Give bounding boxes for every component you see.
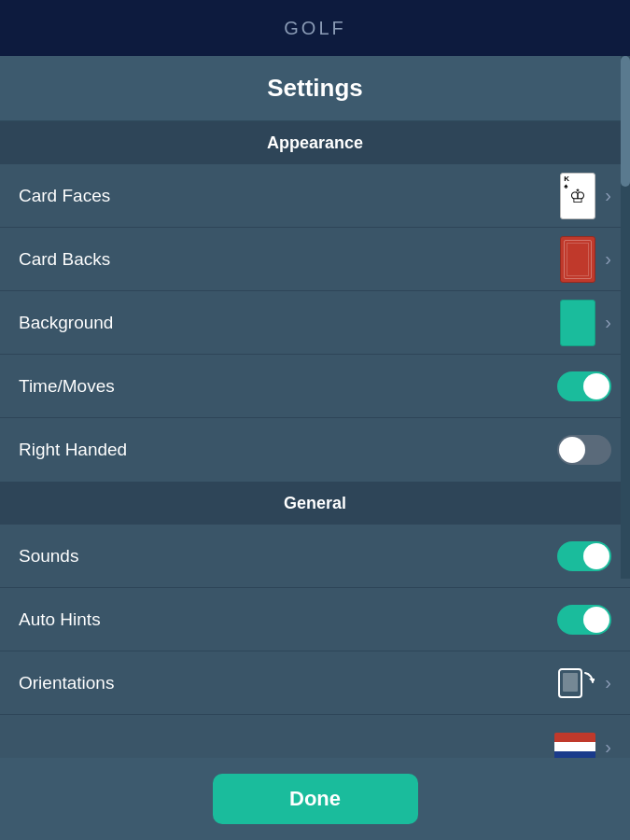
label-card-faces: Card Faces: [19, 186, 110, 206]
done-button[interactable]: Done: [213, 774, 418, 824]
row-background[interactable]: Background ›: [0, 291, 630, 355]
row-right-handed[interactable]: Right Handed: [0, 418, 630, 482]
toggle-right-handed[interactable]: [557, 435, 611, 465]
toggle-thumb-time-moves: [583, 373, 609, 399]
card-faces-right: K ♠ ♔ ›: [560, 173, 611, 219]
right-handed-right: [557, 435, 611, 465]
language-chevron: ›: [605, 736, 611, 758]
label-sounds: Sounds: [19, 546, 78, 567]
time-moves-right: [557, 371, 611, 401]
background-chevron: ›: [605, 312, 611, 333]
section-label-general: General: [284, 494, 346, 513]
label-orientations: Orientations: [19, 673, 114, 693]
row-auto-hints[interactable]: Auto Hints: [0, 588, 630, 651]
card-back-thumbnail: [560, 236, 595, 283]
sounds-right: [557, 541, 611, 571]
background-right: ›: [560, 300, 611, 346]
toggle-sounds[interactable]: [557, 541, 611, 571]
settings-title: Settings: [267, 74, 363, 103]
card-face-thumbnail: K ♠ ♔: [560, 173, 595, 219]
toggle-auto-hints[interactable]: [557, 605, 611, 635]
section-header-general: General: [0, 482, 630, 525]
appearance-list: Card Faces K ♠ ♔ › Card Backs › Backgrou…: [0, 164, 630, 482]
label-time-moves: Time/Moves: [19, 376, 115, 397]
toggle-thumb-auto-hints: [583, 607, 609, 633]
card-backs-right: ›: [560, 236, 611, 283]
toggle-thumb-sounds: [583, 543, 609, 569]
card-faces-chevron: ›: [605, 185, 611, 206]
app-title: GOLF: [284, 18, 345, 39]
orientations-right: ›: [556, 664, 611, 703]
label-background: Background: [19, 313, 113, 333]
top-bar: GOLF: [0, 0, 630, 56]
toggle-thumb-right-handed: [559, 437, 585, 463]
toggle-time-moves[interactable]: [557, 371, 611, 401]
label-right-handed: Right Handed: [19, 440, 127, 460]
settings-header: Settings: [0, 56, 630, 121]
orientations-chevron: ›: [605, 672, 611, 693]
row-sounds[interactable]: Sounds: [0, 525, 630, 588]
general-list: Sounds Auto Hints Orientations: [0, 525, 630, 778]
row-card-backs[interactable]: Card Backs ›: [0, 228, 630, 291]
flag-icon: [554, 733, 595, 761]
orientation-icon: [556, 664, 595, 703]
section-label-appearance: Appearance: [267, 133, 363, 153]
row-orientations[interactable]: Orientations ›: [0, 651, 630, 715]
section-header-appearance: Appearance: [0, 121, 630, 164]
row-time-moves[interactable]: Time/Moves: [0, 355, 630, 418]
auto-hints-right: [557, 605, 611, 635]
card-backs-chevron: ›: [605, 248, 611, 270]
svg-rect-1: [563, 673, 578, 692]
scrollbar[interactable]: [621, 56, 630, 579]
done-section: Done: [0, 758, 630, 840]
scroll-thumb[interactable]: [621, 56, 630, 187]
label-auto-hints: Auto Hints: [19, 609, 101, 630]
row-card-faces[interactable]: Card Faces K ♠ ♔ ›: [0, 164, 630, 228]
language-right: ›: [554, 733, 611, 761]
background-thumbnail: [560, 300, 595, 346]
label-card-backs: Card Backs: [19, 249, 110, 270]
